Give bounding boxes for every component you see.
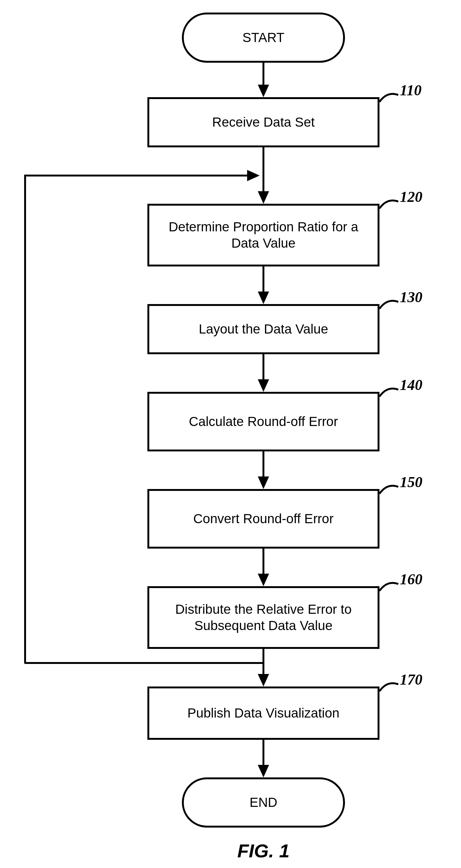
loopback-merge (25, 169, 264, 182)
svg-marker-13 (258, 574, 269, 586)
process-140-label: Calculate Round-off Error (189, 413, 338, 430)
process-130-label: Layout the Data Value (199, 321, 328, 338)
ref-120: 120 (400, 188, 423, 205)
process-170: Publish Data Visualization (147, 686, 379, 740)
process-160: Distribute the Relative Error to Subsequ… (147, 586, 379, 649)
arrow-120-to-130 (257, 267, 270, 304)
loopback-left-vertical (24, 175, 27, 663)
arrow-start-to-110 (257, 63, 270, 97)
loopback-bottom (25, 661, 264, 664)
ref-150: 150 (400, 473, 423, 491)
ref-140: 140 (400, 376, 423, 394)
arrow-130-to-140 (257, 354, 270, 392)
svg-marker-11 (258, 476, 269, 489)
end-terminator: END (182, 777, 345, 828)
ref-callout-140 (379, 387, 401, 400)
process-150: Convert Round-off Error (147, 489, 379, 549)
ref-110: 110 (400, 82, 422, 99)
ref-callout-160 (379, 582, 401, 594)
svg-marker-9 (258, 379, 269, 392)
ref-callout-110 (379, 92, 401, 105)
start-terminator: START (182, 12, 345, 63)
figure-caption: FIG. 1 (201, 840, 326, 862)
svg-marker-1 (258, 85, 269, 97)
svg-marker-3 (258, 191, 269, 204)
arrow-150-to-160 (257, 549, 270, 586)
arrow-140-to-150 (257, 452, 270, 489)
end-label: END (250, 794, 278, 811)
process-120: Determine Proportion Ratio for a Data Va… (147, 204, 379, 267)
arrow-170-to-end (257, 740, 270, 777)
ref-callout-120 (379, 199, 401, 212)
start-label: START (242, 29, 284, 46)
process-150-label: Convert Round-off Error (193, 510, 333, 527)
svg-marker-19 (258, 765, 269, 777)
svg-marker-7 (258, 291, 269, 304)
ref-130: 130 (400, 288, 423, 306)
ref-170: 170 (400, 671, 423, 688)
process-170-label: Publish Data Visualization (188, 705, 340, 722)
process-130: Layout the Data Value (147, 304, 379, 354)
ref-160: 160 (400, 570, 423, 588)
arrow-160-to-170 (257, 649, 270, 686)
svg-marker-5 (247, 170, 260, 181)
ref-callout-170 (379, 682, 401, 694)
process-110: Receive Data Set (147, 97, 379, 147)
process-120-label: Determine Proportion Ratio for a Data Va… (169, 219, 359, 252)
svg-marker-15 (258, 674, 269, 686)
process-110-label: Receive Data Set (212, 114, 315, 131)
process-140: Calculate Round-off Error (147, 392, 379, 452)
process-160-label: Distribute the Relative Error to Subsequ… (175, 601, 352, 634)
ref-callout-130 (379, 299, 401, 312)
ref-callout-150 (379, 484, 401, 497)
